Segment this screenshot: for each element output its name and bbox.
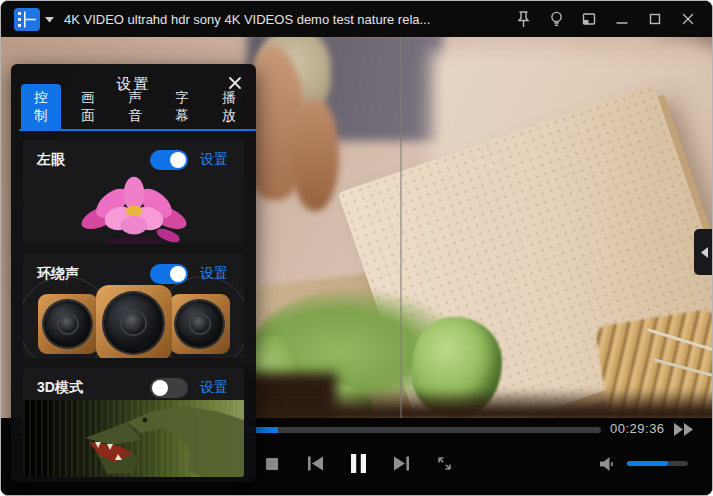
- app-logo-icon[interactable]: [14, 8, 40, 31]
- section-label: 环绕声: [37, 265, 79, 283]
- fast-forward-icon[interactable]: [672, 423, 696, 439]
- fullscreen-button[interactable]: [431, 451, 457, 477]
- scene-seam-line: [400, 37, 402, 418]
- speaker-center: [96, 285, 172, 358]
- panel-title: 设置: [117, 75, 151, 94]
- volume-fill: [627, 461, 668, 466]
- panel-header: 设置: [11, 64, 256, 104]
- left-eye-toggle[interactable]: [150, 150, 188, 170]
- maximize-button[interactable]: [646, 9, 664, 29]
- title-bar: 4K VIDEO ultrahd hdr sony 4K VIDEOS demo…: [1, 1, 712, 37]
- playlist-handle[interactable]: [694, 229, 713, 275]
- volume-icon[interactable]: [599, 456, 616, 472]
- close-button[interactable]: [679, 9, 697, 29]
- scene-finger: [291, 99, 339, 211]
- next-button[interactable]: [388, 451, 414, 477]
- section-left-eye: 左眼 设置: [23, 140, 244, 244]
- section-label: 3D模式: [37, 379, 83, 397]
- lotus-flower-image: [23, 174, 244, 244]
- pause-button[interactable]: [345, 451, 371, 477]
- section-label: 左眼: [37, 151, 65, 169]
- stop-button[interactable]: [259, 451, 285, 477]
- panel-close-icon[interactable]: [226, 75, 244, 93]
- speakers-image: [23, 288, 244, 358]
- surround-sound-toggle[interactable]: [150, 264, 188, 284]
- chevron-left-icon: [701, 247, 708, 258]
- current-time: 00:29:36: [610, 421, 665, 436]
- section-3d-mode: 3D模式 设置: [23, 368, 244, 477]
- volume-cluster: [599, 456, 688, 472]
- speaker-left: [38, 294, 98, 354]
- scene-table-edge: [229, 389, 713, 418]
- player-window: 4K VIDEO ultrahd hdr sony 4K VIDEOS demo…: [0, 0, 713, 496]
- pin-icon[interactable]: [514, 9, 532, 29]
- settings-tabs: 控制 画面 声音 字幕 播放: [19, 104, 256, 131]
- menu-caret-icon[interactable]: [45, 17, 54, 23]
- popout-icon[interactable]: [580, 9, 598, 29]
- minimize-button[interactable]: [613, 9, 631, 29]
- 3d-mode-toggle[interactable]: [150, 378, 188, 398]
- left-eye-settings-link[interactable]: 设置: [200, 151, 228, 169]
- settings-panel: 设置 控制 画面 声音 字幕 播放 左眼 设置: [11, 64, 256, 482]
- dinosaur-image: [23, 400, 244, 477]
- volume-slider[interactable]: [627, 461, 688, 466]
- surround-sound-settings-link[interactable]: 设置: [200, 265, 228, 283]
- window-title: 4K VIDEO ultrahd hdr sony 4K VIDEOS demo…: [64, 12, 514, 27]
- previous-button[interactable]: [302, 451, 328, 477]
- lightbulb-icon[interactable]: [547, 9, 565, 29]
- section-surround-sound: 环绕声 设置: [23, 254, 244, 358]
- speaker-right: [170, 294, 230, 354]
- 3d-mode-settings-link[interactable]: 设置: [200, 379, 228, 397]
